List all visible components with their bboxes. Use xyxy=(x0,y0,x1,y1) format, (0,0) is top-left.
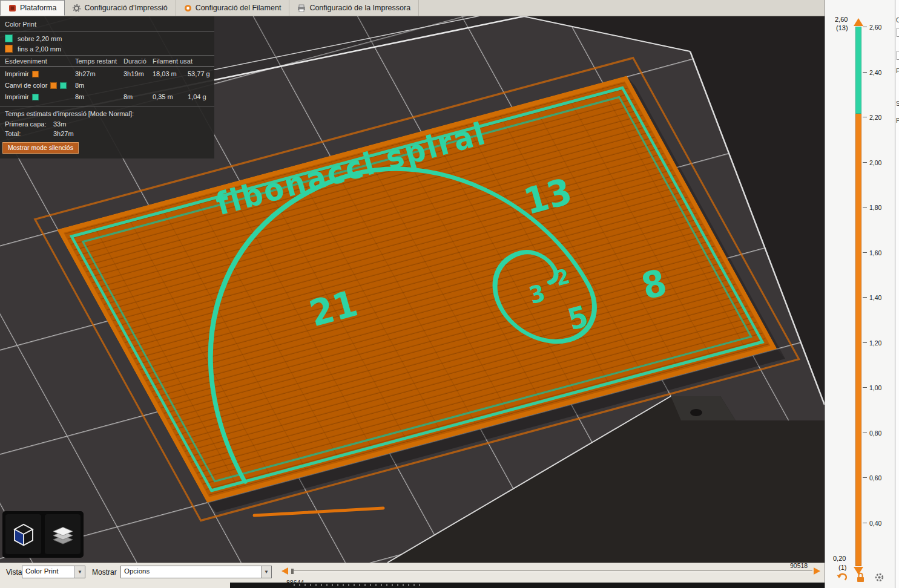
orange-swatch xyxy=(50,82,57,89)
event-row-color-change: Canvi de color 8m xyxy=(0,80,214,91)
vista-dropdown[interactable]: Color Print ▼ xyxy=(22,566,85,578)
tab-label: Configuració de la Impressora xyxy=(309,4,410,12)
platform-icon xyxy=(8,4,16,12)
range-end-value: 90518 xyxy=(790,562,808,569)
layer-slider-panel: 2,60 (13) 0,20 (1) 2,60 2,40 2,20 2,00 1… xyxy=(825,0,895,588)
tab-configuracio-impressio[interactable]: Configuració d'Impressió xyxy=(65,0,176,16)
layer-tick: 1,00 xyxy=(863,384,881,391)
mostrar-dropdown[interactable]: Opcions ▼ xyxy=(120,566,272,578)
clipped-label: C xyxy=(896,17,899,24)
range-position-marker[interactable] xyxy=(291,569,294,574)
clipped-input[interactable] xyxy=(897,51,899,60)
tab-configuracio-impressora[interactable]: Configuració de la Impressora xyxy=(289,0,419,16)
silent-mode-button[interactable]: Mostrar mode silenciós xyxy=(2,142,79,154)
tab-label: Configuració del Filament xyxy=(196,4,282,12)
panel-title: Color Print xyxy=(0,19,214,30)
tab-plataforma[interactable]: Plataforma xyxy=(0,0,65,16)
tab-configuracio-filament[interactable]: Configuració del Filament xyxy=(176,0,290,16)
legend-above: sobre 2,20 mm xyxy=(0,33,214,44)
layer-tick: 1,20 xyxy=(863,339,881,346)
layer-tick: 2,60 xyxy=(863,24,881,30)
layer-max-value: 2,60 xyxy=(835,16,848,23)
range-right-arrow[interactable] xyxy=(814,567,820,575)
event-row-print-2: Imprimir 8m 8m 0,35 m 1,04 g xyxy=(0,91,214,103)
statusbar-fragment xyxy=(230,583,825,588)
clipped-label: P xyxy=(896,117,899,124)
color-print-panel: Color Print sobre 2,20 mm fins a 2,00 mm… xyxy=(0,16,214,158)
teal-swatch xyxy=(60,82,67,89)
gear-icon[interactable] xyxy=(874,572,884,583)
layer-tick: 0,60 xyxy=(863,474,881,481)
layer-tick: 0,80 xyxy=(863,430,881,436)
estimate-heading: Temps estimats d'impressió [Mode Normal]… xyxy=(0,106,214,119)
view-mode-toolbar xyxy=(2,511,84,558)
layer-min-index: (1) xyxy=(838,564,846,571)
layer-tick: 0,40 xyxy=(863,520,881,526)
chevron-down-icon: ▼ xyxy=(74,566,85,578)
layer-tick: 2,20 xyxy=(863,114,881,120)
legend-below: fins a 2,00 mm xyxy=(0,44,214,54)
viewport-action-icons xyxy=(825,572,895,583)
layer-stack-icon xyxy=(49,519,77,549)
cube-wireframe-icon xyxy=(10,519,38,549)
solid-view-button[interactable] xyxy=(5,514,41,554)
event-table-header: Esdeveniment Temps restant Duració Filam… xyxy=(0,57,214,67)
layer-tick: 1,80 xyxy=(863,204,881,211)
first-layer-row: Primera capa: 33m xyxy=(0,119,214,129)
tab-bar: Plataforma Configuració d'Impressió Conf… xyxy=(0,0,899,16)
total-row: Total: 3h27m xyxy=(0,129,214,139)
undo-icon[interactable] xyxy=(836,572,847,583)
print-range-slider[interactable] xyxy=(292,570,812,572)
tab-label: Plataforma xyxy=(20,4,56,12)
orange-swatch xyxy=(5,45,13,53)
printer-icon xyxy=(297,4,306,12)
layers-view-button[interactable] xyxy=(45,514,81,554)
right-edge-panel: C F S P xyxy=(895,0,899,588)
layer-tick: 1,60 xyxy=(863,249,881,256)
layer-slider-top-handle[interactable] xyxy=(854,18,863,26)
clipped-label: F xyxy=(896,68,899,74)
orange-swatch xyxy=(32,71,39,77)
vista-label: Vista xyxy=(6,568,22,577)
chevron-down-icon: ▼ xyxy=(261,566,271,578)
teal-swatch xyxy=(32,94,39,100)
mostrar-label: Mostrar xyxy=(92,568,117,577)
clipped-label: S xyxy=(896,100,899,107)
teal-swatch xyxy=(5,34,13,42)
tab-label: Configuració d'Impressió xyxy=(84,4,167,12)
lock-icon[interactable] xyxy=(856,572,865,583)
event-row-print-1: Imprimir 3h27m 3h19m 18,03 m 53,77 g xyxy=(0,68,214,80)
print-settings-gear-icon xyxy=(73,4,81,12)
app-window: Plataforma Configuració d'Impressió Conf… xyxy=(0,0,899,588)
range-left-arrow[interactable] xyxy=(282,567,288,575)
layer-range-teal-segment[interactable] xyxy=(855,27,861,114)
layer-tick: 2,40 xyxy=(863,69,881,76)
clipped-input[interactable] xyxy=(897,28,899,37)
layer-max-index: (13) xyxy=(836,24,848,31)
layer-min-value: 0,20 xyxy=(833,555,846,562)
bed-screw-hole xyxy=(690,409,702,416)
layer-tick: 2,00 xyxy=(863,159,881,166)
layer-tick: 1,40 xyxy=(863,294,881,301)
filament-spool-icon xyxy=(184,4,192,12)
